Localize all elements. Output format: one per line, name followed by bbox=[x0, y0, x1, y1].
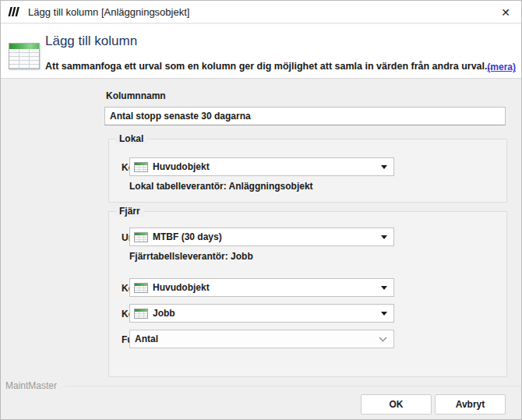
remote-key-value: Huvudobjekt bbox=[153, 282, 210, 293]
ok-button[interactable]: OK bbox=[361, 394, 432, 415]
remote-provider-text: Fjärrtabellsleverantör: Jobb bbox=[129, 251, 253, 262]
function-dropdown[interactable]: Antal bbox=[129, 330, 394, 348]
column-name-label: Kolumnnamn bbox=[106, 90, 166, 101]
footer-divider bbox=[65, 386, 521, 386]
table-icon bbox=[134, 162, 148, 172]
local-group-title: Lokal bbox=[115, 133, 147, 144]
window-title: Lägg till kolumn [Anläggningsobjekt] bbox=[28, 6, 189, 18]
chevron-down-icon bbox=[381, 312, 387, 316]
remote-group-title: Fjärr bbox=[115, 206, 144, 217]
remote-key-dropdown[interactable]: Huvudobjekt bbox=[129, 278, 394, 297]
table-icon bbox=[134, 309, 148, 319]
dialog-header: Lägg till kolumn Att sammanfoga ett urva… bbox=[1, 24, 521, 79]
table-icon bbox=[9, 43, 40, 69]
chevron-down-icon bbox=[381, 235, 387, 239]
table-icon bbox=[134, 283, 148, 293]
local-key-value: Huvudobjekt bbox=[153, 161, 210, 172]
remote-value-dropdown[interactable]: Jobb bbox=[129, 304, 394, 323]
remote-value-value: Jobb bbox=[153, 308, 175, 319]
merge-selection-dropdown[interactable]: MTBF (30 days) bbox=[129, 228, 394, 246]
column-name-input[interactable] bbox=[104, 107, 506, 125]
add-column-dialog: Lägg till kolumn [Anläggningsobjekt] ✕ L… bbox=[0, 0, 522, 420]
merge-selection-value: MTBF (30 days) bbox=[153, 231, 222, 242]
chevron-down-icon bbox=[381, 165, 387, 169]
function-value: Antal bbox=[135, 334, 158, 344]
chevron-down-icon bbox=[379, 337, 387, 342]
more-link[interactable]: (mera) bbox=[487, 62, 516, 72]
page-title: Lägg till kolumn bbox=[45, 34, 137, 49]
header-description: Att sammanfoga ett urval som en kolumn g… bbox=[45, 61, 492, 72]
local-provider-text: Lokal tabelleverantör: Anläggningsobjekt bbox=[129, 181, 313, 192]
cancel-button[interactable]: Avbryt bbox=[435, 394, 506, 415]
local-key-dropdown[interactable]: Huvudobjekt bbox=[129, 157, 394, 176]
brand-label: MaintMaster bbox=[5, 380, 57, 391]
table-icon bbox=[134, 232, 148, 242]
close-icon[interactable]: ✕ bbox=[498, 5, 513, 20]
title-bar: Lägg till kolumn [Anläggningsobjekt] ✕ bbox=[1, 1, 521, 23]
maintmaster-logo-icon bbox=[8, 6, 21, 17]
chevron-down-icon bbox=[381, 286, 387, 290]
